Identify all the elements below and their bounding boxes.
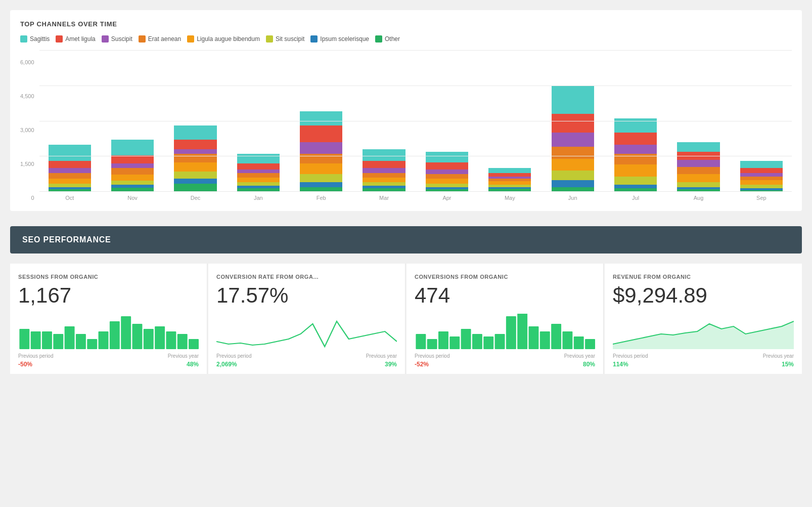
legend-item: Sit suscipit <box>266 35 304 43</box>
bar-segment <box>552 159 594 171</box>
bar-segment <box>300 182 342 187</box>
top-channels-card: TOP CHANNELS OVER TIME SagittisAmet ligu… <box>10 10 802 211</box>
mini-chart <box>415 314 595 349</box>
mini-chart <box>613 314 794 349</box>
bar-segment <box>677 160 719 167</box>
bar-group <box>291 111 351 192</box>
bar-segment <box>552 147 594 158</box>
period-change-previous: 2,069% <box>216 361 237 368</box>
period-labels: Previous period Previous year <box>613 353 794 359</box>
bar-segment <box>111 181 154 185</box>
x-axis-label: Sep <box>731 195 792 201</box>
svg-rect-20 <box>461 329 471 349</box>
bar-segment <box>426 174 468 179</box>
bar-segment <box>237 182 280 186</box>
x-axis-label: Feb <box>291 195 351 201</box>
bar-segment <box>677 182 719 187</box>
bar-segment <box>363 161 405 168</box>
bar-segment <box>237 188 280 192</box>
svg-marker-32 <box>613 321 794 349</box>
bar-segment <box>363 182 405 186</box>
svg-rect-11 <box>144 329 154 349</box>
legend-item: Ligula augue bibendum <box>187 35 260 43</box>
svg-rect-30 <box>574 336 584 349</box>
bar-segment <box>740 177 783 180</box>
x-axis-label: Aug <box>668 195 729 201</box>
x-labels: OctNovDecJanFebMarAprMayJunJulAugSep <box>39 192 792 201</box>
svg-rect-16 <box>416 334 426 349</box>
bar-group <box>353 149 414 192</box>
bar-segment <box>300 142 342 154</box>
svg-rect-5 <box>76 334 86 349</box>
svg-rect-15 <box>189 339 199 349</box>
bar-segment <box>174 149 216 154</box>
bar-segment <box>174 172 216 179</box>
bar-segment <box>426 179 468 183</box>
period-change-previous: -52% <box>415 361 429 368</box>
svg-rect-24 <box>506 316 516 349</box>
previous-period-label: Previous period <box>415 353 449 359</box>
svg-rect-8 <box>110 321 120 349</box>
y-axis-label: 4,500 <box>20 93 34 99</box>
bar-segment <box>614 185 657 188</box>
period-change-year: 80% <box>583 361 595 368</box>
bar-segment <box>174 140 216 149</box>
x-axis-label: Oct <box>39 195 100 201</box>
period-change-previous: 114% <box>613 361 628 368</box>
bar-group <box>39 145 100 192</box>
metrics-grid: SESSIONS FROM ORGANIC 1,167 Previous per… <box>10 264 802 374</box>
bar-segment <box>552 114 594 133</box>
bar-segment <box>488 181 531 185</box>
bar-segment <box>237 178 280 182</box>
metric-card: SESSIONS FROM ORGANIC 1,167 Previous per… <box>10 264 207 374</box>
bar-segment <box>552 187 594 192</box>
previous-year-label: Previous year <box>763 353 794 359</box>
seo-header: SEO PERFORMANCE <box>10 226 802 254</box>
bar-segment <box>740 168 783 173</box>
bar-segment <box>677 167 719 174</box>
x-axis-label: Jun <box>543 195 603 201</box>
svg-rect-13 <box>166 331 176 349</box>
svg-rect-31 <box>585 339 595 349</box>
bar-group <box>417 152 477 192</box>
bar-group <box>605 118 666 192</box>
legend-item: Ipsum scelerisque <box>310 35 369 43</box>
svg-rect-18 <box>438 331 448 349</box>
bar-group <box>165 125 225 192</box>
bar-segment <box>426 189 468 192</box>
x-axis-label: Jan <box>228 195 289 201</box>
svg-rect-10 <box>132 324 143 349</box>
svg-rect-26 <box>529 326 539 349</box>
bar-group <box>228 154 289 192</box>
period-changes: 2,069% 39% <box>216 361 397 368</box>
bar-segment <box>111 163 154 168</box>
bar-segment <box>488 189 531 192</box>
bar-segment <box>740 190 783 192</box>
bar-segment <box>426 152 468 162</box>
bar-segment <box>740 173 783 177</box>
metric-value: $9,294.89 <box>613 285 794 306</box>
previous-period-label: Previous period <box>613 353 648 359</box>
bar-segment <box>614 177 657 185</box>
period-change-previous: -50% <box>18 361 32 368</box>
svg-rect-25 <box>517 314 527 349</box>
bar-segment <box>237 170 280 173</box>
bar-segment <box>49 184 91 187</box>
x-axis-label: Mar <box>353 195 414 201</box>
bar-segment <box>552 180 594 187</box>
bar-segment <box>49 161 91 168</box>
previous-year-label: Previous year <box>564 353 595 359</box>
bar-segment <box>300 154 342 163</box>
bar-segment <box>426 170 468 174</box>
bar-group <box>731 161 792 192</box>
x-axis-label: Nov <box>102 195 163 201</box>
bar-segment <box>111 155 154 163</box>
svg-rect-14 <box>177 334 188 349</box>
metric-card: CONVERSIONS FROM ORGANIC 474 Previous pe… <box>407 264 604 374</box>
period-change-year: 39% <box>385 361 397 368</box>
svg-rect-4 <box>65 326 75 349</box>
bar-segment <box>300 174 342 182</box>
bar-segment <box>49 189 91 192</box>
svg-rect-23 <box>495 334 505 349</box>
period-change-year: 15% <box>782 361 794 368</box>
